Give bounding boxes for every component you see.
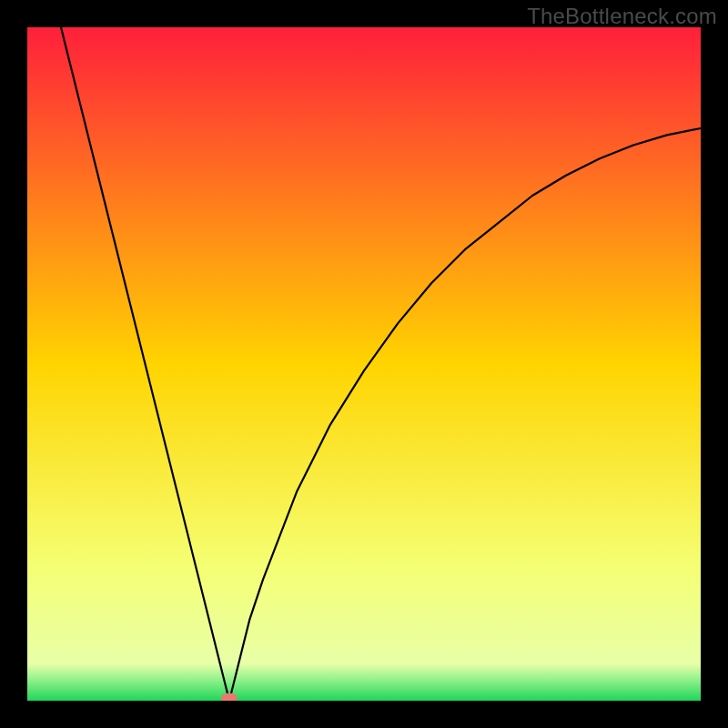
bottleneck-chart (27, 27, 701, 701)
plot-area (27, 27, 701, 701)
chart-frame: TheBottleneck.com (0, 0, 728, 728)
gradient-background (27, 27, 701, 701)
watermark-text: TheBottleneck.com (527, 4, 717, 29)
